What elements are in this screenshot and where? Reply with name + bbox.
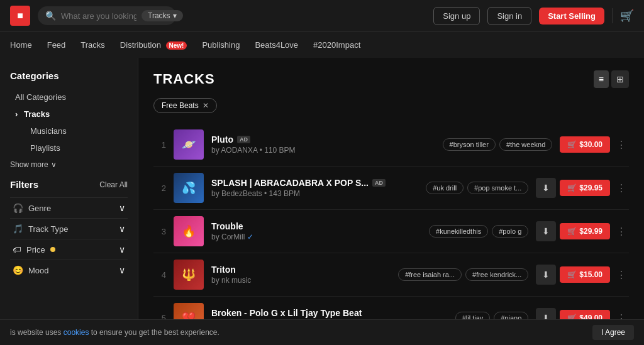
show-more-button[interactable]: Show more ∨ — [10, 160, 128, 169]
more-options-button[interactable]: ⋮ — [614, 269, 629, 281]
track-title[interactable]: Pluto AD — [211, 134, 435, 145]
tag-chip[interactable]: #kunekilledthis — [429, 225, 488, 238]
tag-chip[interactable]: #pop smoke t... — [467, 182, 528, 194]
track-thumbnail[interactable]: 🪐 — [174, 129, 204, 160]
free-beats-tag[interactable]: Free Beats ✕ — [153, 98, 217, 113]
filter-price[interactable]: 🏷 Price ∨ — [10, 239, 128, 260]
content-header: TRACKS ≡ ⊞ — [153, 70, 629, 88]
logo-icon: ■ — [17, 10, 23, 21]
cookie-bar: is website uses cookies to ensure you ge… — [0, 319, 644, 345]
nav-item-tracks[interactable]: Tracks — [80, 38, 105, 52]
cart-icon: 🛒 — [567, 270, 577, 279]
more-options-button[interactable]: ⋮ — [614, 139, 629, 151]
tag-chip[interactable]: #polo g — [492, 225, 528, 238]
grid-view-button[interactable]: ⊞ — [611, 70, 629, 88]
main-content: TRACKS ≡ ⊞ Free Beats ✕ 1 🪐 Pluto AD by … — [138, 58, 644, 345]
add-to-cart-button[interactable]: 🛒 $30.00 — [560, 136, 610, 153]
track-meta: by BedezBeats • 143 BPM — [211, 189, 418, 198]
thumb-emoji: 💦 — [174, 173, 204, 203]
nav-item-beats4love[interactable]: Beats4Love — [255, 38, 298, 52]
tag-chip[interactable]: #uk drill — [426, 182, 464, 194]
nav-item-2020impact[interactable]: #2020Impact — [313, 38, 360, 52]
list-view-button[interactable]: ≡ — [594, 70, 609, 88]
track-number: 2 — [153, 183, 166, 193]
download-button[interactable]: ⬇ — [536, 265, 556, 285]
track-artist: by CorMill — [211, 233, 245, 241]
nav-item-distribution[interactable]: Distribution New! — [120, 38, 187, 52]
track-title[interactable]: SPLASH | ABRACADABRA X POP S... AD — [211, 178, 418, 188]
tag-chip[interactable]: #bryson tiller — [443, 138, 496, 151]
track-artist: by AODANXA • 110 BPM — [211, 146, 296, 155]
page-title: TRACKS — [153, 71, 215, 87]
headphones-icon: 🎧 — [13, 203, 23, 213]
chevron-down-icon: ∨ — [119, 265, 125, 275]
track-tags: #uk drill#pop smoke t... — [426, 182, 528, 194]
track-title[interactable]: Trouble — [211, 221, 421, 231]
tag-chip[interactable]: #free kendrick... — [465, 268, 528, 281]
filter-track-type-label: 🎵 Track Type — [13, 224, 69, 234]
search-input[interactable] — [61, 11, 136, 21]
filter-genre[interactable]: 🎧 Genre ∨ — [10, 197, 128, 218]
sign-up-button[interactable]: Sign up — [433, 7, 480, 25]
track-row: 2 💦 SPLASH | ABRACADABRA X POP S... AD b… — [153, 167, 629, 210]
more-options-button[interactable]: ⋮ — [614, 182, 629, 194]
search-icon: 🔍 — [45, 11, 56, 21]
cart-icon[interactable]: 🛒 — [620, 9, 634, 23]
thumb-emoji: 🪐 — [174, 129, 204, 160]
main-layout: Categories All Categories › Tracks Music… — [0, 58, 644, 345]
view-toggles: ≡ ⊞ — [594, 70, 629, 88]
filter-mood-label: 😊 Mood — [13, 265, 49, 275]
chevron-down-icon: ∨ — [119, 203, 125, 213]
track-title[interactable]: Broken - Polo G x Lil Tjay Type Beat — [211, 308, 448, 318]
musicians-label: Musicians — [30, 126, 67, 136]
search-category-selector[interactable]: Tracks ▾ — [142, 10, 183, 21]
download-button[interactable]: ⬇ — [536, 178, 556, 198]
cookie-agree-button[interactable]: I Agree — [592, 325, 634, 340]
track-meta: by nk music — [211, 276, 391, 285]
price-active-indicator — [50, 247, 55, 252]
chevron-down-icon: ▾ — [173, 11, 177, 20]
sidebar-item-tracks[interactable]: › Tracks — [10, 106, 128, 123]
add-to-cart-button[interactable]: 🛒 $29.95 — [560, 180, 610, 196]
tag-chip[interactable]: #the weeknd — [499, 138, 552, 151]
sidebar-item-playlists[interactable]: Playlists — [25, 140, 128, 156]
download-button[interactable]: ⬇ — [536, 221, 556, 241]
close-icon[interactable]: ✕ — [203, 101, 209, 110]
filter-mood[interactable]: 😊 Mood ∨ — [10, 260, 128, 280]
thumb-emoji: 🔱 — [174, 260, 204, 290]
track-thumbnail[interactable]: 🔱 — [174, 260, 204, 290]
tag-chip[interactable]: #free isaiah ra... — [398, 268, 462, 281]
sidebar-item-musicians[interactable]: Musicians — [25, 123, 128, 140]
add-to-cart-button[interactable]: 🛒 $29.99 — [560, 223, 610, 239]
nav-item-feed[interactable]: Feed — [47, 38, 66, 52]
filters-title: Filters — [10, 179, 38, 190]
track-actions: ⬇ 🛒 $15.00 ⋮ — [536, 265, 629, 285]
price-label: $29.95 — [579, 183, 602, 192]
nav-item-home[interactable]: Home — [10, 38, 32, 52]
sign-in-button[interactable]: Sign in — [487, 7, 531, 25]
track-thumbnail[interactable]: 💦 — [174, 173, 204, 203]
track-thumbnail[interactable]: 🔥 — [174, 216, 204, 246]
track-info: Pluto AD by AODANXA • 110 BPM — [211, 134, 435, 155]
search-category-label: Tracks — [148, 11, 170, 20]
clear-all-button[interactable]: Clear All — [99, 180, 128, 189]
filter-track-type[interactable]: 🎵 Track Type ∨ — [10, 218, 128, 239]
sidebar-sub-items: Musicians Playlists — [10, 123, 128, 156]
chevron-down-icon: ∨ — [119, 244, 125, 255]
chevron-down-icon: ∨ — [51, 160, 57, 169]
track-title[interactable]: Triton — [211, 265, 391, 275]
cookies-link[interactable]: cookies — [64, 328, 89, 337]
cookie-text: is website uses cookies to ensure you ge… — [10, 328, 219, 337]
track-number: 4 — [153, 270, 166, 280]
start-selling-button[interactable]: Start Selling — [539, 8, 604, 25]
sidebar-item-all-categories[interactable]: All Categories — [10, 89, 128, 106]
logo[interactable]: ■ — [10, 6, 30, 26]
filters-header: Filters Clear All — [10, 179, 128, 190]
nav-item-publishing[interactable]: Publishing — [202, 38, 240, 52]
active-filter-tags: Free Beats ✕ — [153, 98, 629, 113]
more-options-button[interactable]: ⋮ — [614, 226, 629, 238]
add-to-cart-button[interactable]: 🛒 $15.00 — [560, 266, 610, 283]
track-tags: #kunekilledthis#polo g — [429, 225, 528, 238]
show-more-label: Show more — [10, 160, 48, 169]
sidebar: Categories All Categories › Tracks Music… — [0, 58, 138, 345]
